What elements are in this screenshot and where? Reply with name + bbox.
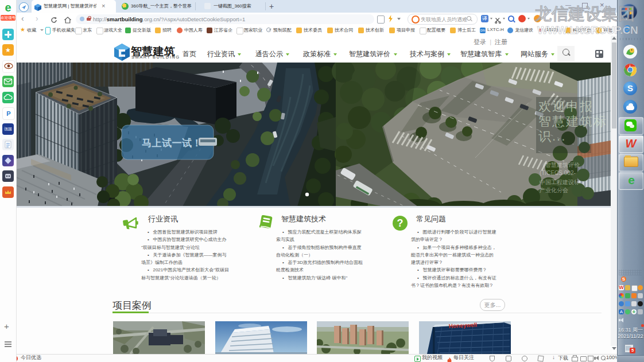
- svg-text:马上试一试！: 马上试一试！: [142, 138, 202, 149]
- svg-text:《智慧建筑评价: 《智慧建筑评价: [540, 162, 580, 168]
- svg-text:智慧建筑标: 智慧建筑标: [538, 114, 607, 129]
- svg-text:中国工程建设标: 中国工程建设标: [540, 179, 580, 185]
- svg-text:(T/CECS 002-: (T/CECS 002-: [540, 170, 576, 176]
- svg-text:识...: 识...: [538, 129, 566, 143]
- svg-text:欢迎申报: 欢迎申报: [538, 99, 593, 114]
- svg-text:产业化分会: 产业化分会: [540, 187, 568, 193]
